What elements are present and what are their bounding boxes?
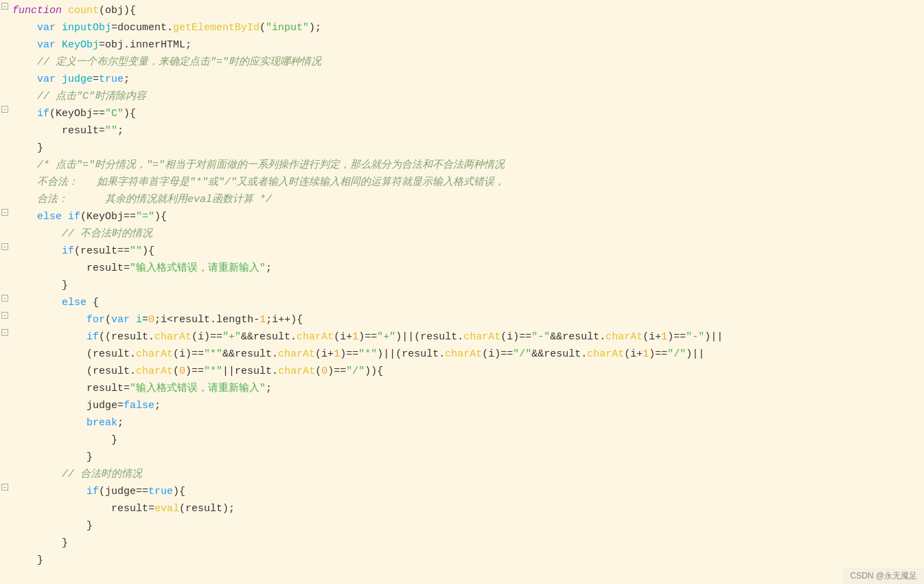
code-token: charAt	[136, 366, 173, 377]
code-token: 0	[148, 314, 154, 326]
code-token: "="	[136, 211, 154, 223]
code-token: &&result.	[550, 331, 605, 343]
code-token: ;	[154, 400, 161, 412]
code-token: (result);	[179, 503, 235, 515]
code-token: ){	[173, 486, 185, 497]
code-token: (i)==	[482, 348, 513, 360]
code-content: for(var i=0;i<result.length-1;i++){	[10, 312, 924, 328]
code-token: false	[124, 400, 154, 412]
code-content: if((result.charAt(i)=="+"&&result.charAt…	[10, 329, 924, 346]
code-line: (result.charAt(0)=="*"||result.charAt(0)…	[0, 363, 924, 381]
bottom-bar: CSDN @永无魇足	[843, 568, 924, 584]
code-content: // 不合法时的情况	[10, 226, 924, 243]
code-token: =	[93, 74, 99, 85]
code-line: // 合法时的情况	[0, 467, 924, 484]
fold-indicator[interactable]: -	[0, 106, 10, 113]
code-content: }	[10, 432, 924, 449]
code-line: - else {	[0, 295, 924, 312]
fold-indicator[interactable]: -	[0, 312, 10, 319]
code-line: /* 点击"="时分情况，"="相当于对前面做的一系列操作进行判定，那么就分为合…	[0, 157, 924, 175]
code-token: true	[148, 486, 173, 497]
code-token: "*"	[204, 348, 222, 360]
code-token: ;i++){	[266, 314, 303, 326]
code-token: ;i<result.length-	[154, 314, 259, 326]
code-line: -function count(obj){	[0, 3, 924, 20]
code-token: result	[12, 503, 148, 515]
code-line: // 定义一个布尔型变量，来确定点击"="时的应实现哪种情况	[0, 54, 924, 71]
code-token: result	[12, 383, 124, 394]
code-line: result="";	[0, 123, 924, 140]
code-content: }	[10, 518, 924, 535]
code-token: //	[12, 91, 56, 102]
fold-indicator[interactable]: -	[0, 3, 10, 10]
fold-indicator[interactable]: -	[0, 209, 10, 216]
code-token: )||(result.	[377, 348, 445, 360]
code-token: 不合法时的情况	[80, 228, 152, 240]
code-token: =	[99, 125, 105, 137]
code-token: "-"	[531, 331, 550, 343]
code-token: 1	[643, 348, 649, 360]
code-content: // 合法时的情况	[10, 467, 924, 483]
code-token: 1	[259, 314, 266, 326]
code-line: result="输入格式错误，请重新输入";	[0, 381, 924, 398]
fold-indicator[interactable]: -	[0, 243, 10, 250]
code-token: 合法时的情况	[80, 469, 142, 480]
code-token: var	[111, 314, 136, 326]
code-token: (i)==	[500, 331, 531, 343]
code-line: var KeyObj=obj.innerHTML;	[0, 37, 924, 54]
code-line: }	[0, 518, 924, 535]
code-token: "+"	[222, 331, 241, 343]
code-line: }	[0, 278, 924, 295]
code-token: (	[105, 314, 111, 326]
code-token: )==	[327, 366, 346, 377]
code-token: (judge==	[99, 486, 148, 497]
code-token: charAt	[278, 348, 315, 360]
code-line: // 点击"C"时清除内容	[0, 89, 924, 106]
code-token: break	[12, 417, 117, 429]
code-token: innerHTML	[130, 39, 185, 51]
code-token: ;	[185, 39, 192, 51]
code-token: (i+	[315, 348, 334, 360]
code-token: (obj)	[99, 5, 130, 16]
code-token: )||(result.	[395, 331, 463, 343]
code-token: =	[148, 503, 154, 515]
code-token: KeyObj	[62, 39, 99, 51]
code-token: (i+	[643, 331, 661, 343]
code-editor: -function count(obj){ var inputObj=docum…	[0, 0, 924, 584]
code-token: }	[12, 142, 43, 154]
code-token: (i)==	[192, 331, 222, 343]
fold-indicator[interactable]: -	[0, 484, 10, 491]
code-content: if(KeyObj=="C"){	[10, 106, 924, 122]
code-line: - if(judge==true){	[0, 484, 924, 501]
code-token: )==	[358, 331, 377, 343]
code-token: {	[93, 297, 99, 308]
fold-indicator[interactable]: -	[0, 329, 10, 336]
code-token: //	[12, 469, 80, 480]
code-token: }	[12, 434, 117, 446]
code-line: result=eval(result);	[0, 501, 924, 518]
code-token: )||	[704, 331, 723, 343]
code-token: &&result.	[222, 348, 278, 360]
fold-indicator[interactable]: -	[0, 295, 10, 302]
code-token: "/"	[513, 348, 531, 360]
code-content: else if(KeyObj=="="){	[10, 209, 924, 225]
code-line: result="输入格式错误，请重新输入";	[0, 260, 924, 278]
code-token: "C"	[105, 108, 124, 120]
code-token: =	[124, 262, 130, 274]
code-token: var	[12, 22, 62, 34]
code-token: getElementById	[173, 22, 259, 34]
code-token: /*	[12, 159, 56, 171]
code-line: 不合法： 如果字符串首字母是"*"或"/"又或者输入时连续输入相同的运算符就显示…	[0, 175, 924, 192]
code-content: // 定义一个布尔型变量，来确定点击"="时的应实现哪种情况	[10, 54, 924, 71]
code-token: (result==	[74, 245, 130, 257]
code-token: i	[136, 314, 142, 326]
code-token: charAt	[154, 331, 192, 343]
code-token: ""	[130, 245, 142, 257]
code-token: );	[309, 22, 321, 34]
code-token: eval	[154, 503, 179, 515]
code-token: 0	[179, 366, 185, 377]
code-token: ){	[154, 211, 167, 223]
code-token: judge	[12, 400, 117, 412]
code-content: else {	[10, 295, 924, 311]
code-line: var judge=true;	[0, 71, 924, 89]
